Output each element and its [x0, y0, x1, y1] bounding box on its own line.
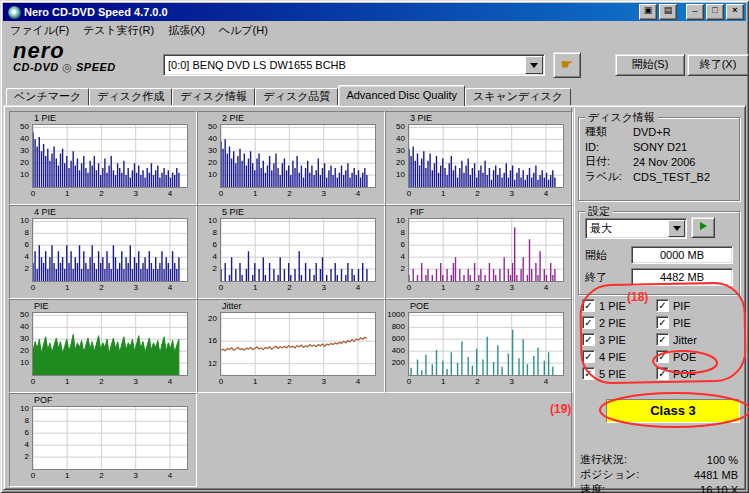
disc-label-value: CDS_TEST_B2: [633, 171, 733, 183]
y-axis-label: 40: [386, 135, 405, 143]
x-axis-label: 3: [131, 471, 141, 480]
y-axis-label: 2: [386, 265, 405, 273]
hand-pointer-icon: ☛: [561, 56, 574, 72]
y-axis-label: 6: [198, 241, 217, 249]
checkbox-3-pie[interactable]: 3 PIE: [582, 331, 656, 348]
y-axis-label: 10: [10, 217, 29, 225]
checkbox-icon[interactable]: [656, 333, 669, 346]
y-axis-label: 20: [198, 159, 217, 167]
x-axis-label: 2: [284, 189, 294, 198]
checkbox-icon[interactable]: [656, 299, 669, 312]
x-axis-label: 2: [96, 377, 106, 386]
checkbox-icon[interactable]: [656, 350, 669, 363]
y-axis-label: 10: [198, 217, 217, 225]
speed-extra-button[interactable]: [691, 217, 715, 238]
menu-run-test[interactable]: テスト実行(R): [76, 22, 161, 38]
checkbox-pof[interactable]: POF: [656, 365, 740, 382]
y-axis-label: 12: [198, 360, 217, 368]
x-axis-label: 3: [131, 377, 141, 386]
checkbox-icon[interactable]: [656, 316, 669, 329]
x-axis-label: 0: [216, 377, 226, 386]
checkbox-icon[interactable]: [582, 367, 595, 380]
close-icon[interactable]: [726, 4, 744, 20]
exit-button[interactable]: 終了(X): [687, 54, 749, 76]
tab-disc-info[interactable]: ディスク情報: [172, 88, 255, 105]
tab-advanced-disc-quality[interactable]: Advanced Disc Quality: [338, 85, 465, 106]
chart-canvas: [32, 124, 188, 188]
x-axis-label: 4: [165, 471, 175, 480]
y-axis-label: 6: [10, 429, 29, 437]
checkbox-2-pie[interactable]: 2 PIE: [582, 314, 656, 331]
y-axis-label: 10: [198, 171, 217, 179]
tab-create-disc[interactable]: ディスク作成: [89, 88, 172, 105]
disc-id-value: SONY D21: [633, 141, 733, 153]
y-axis-label: 10: [10, 359, 29, 367]
speed-select[interactable]: 最大: [585, 218, 687, 239]
checkbox-5-pie[interactable]: 5 PIE: [582, 365, 656, 382]
write-test-button[interactable]: ☛: [553, 52, 581, 78]
drive-select[interactable]: [0:0] BENQ DVD LS DW1655 BCHB: [163, 54, 545, 76]
tab-scandisc[interactable]: スキャンディスク: [465, 88, 571, 105]
x-axis-label: 0: [404, 283, 414, 292]
chart-title: POE: [410, 301, 429, 311]
y-axis-label: 4: [10, 441, 29, 449]
tab-benchmark[interactable]: ベンチマーク: [6, 88, 89, 105]
checkbox-pie[interactable]: PIE: [656, 314, 740, 331]
drive-select-value: [0:0] BENQ DVD LS DW1655 BCHB: [164, 59, 524, 71]
speed-row: 速度: 16.10 X: [580, 482, 738, 493]
disc-label-row: ラベル: CDS_TEST_B2: [579, 169, 739, 184]
x-axis-label: 1: [250, 377, 260, 386]
chart-canvas: [408, 124, 564, 188]
maximize-icon[interactable]: [706, 4, 724, 20]
tab-disc-quality[interactable]: ディスク品質: [255, 88, 338, 105]
x-axis-label: 4: [541, 283, 551, 292]
checkbox-pif[interactable]: PIF: [656, 297, 740, 314]
x-axis-label: 1: [62, 189, 72, 198]
menu-extra[interactable]: 拡張(X): [161, 22, 212, 38]
x-axis-label: 2: [96, 471, 106, 480]
ime-button-2[interactable]: [659, 4, 677, 20]
chevron-down-icon[interactable]: [525, 56, 543, 74]
curve-checkbox-group: 1 PIE 2 PIE 3 PIE 4 PIE 5 PIE PIF PIE Ji…: [582, 297, 740, 382]
main-panel: 1 PIE102030405001234 2 PIE10203040500123…: [3, 105, 746, 490]
checkbox-4-pie[interactable]: 4 PIE: [582, 348, 656, 365]
checkbox-jitter[interactable]: Jitter: [656, 331, 740, 348]
menu-file[interactable]: ファイル(F): [3, 22, 76, 38]
checkbox-icon[interactable]: [656, 367, 669, 380]
minimize-icon[interactable]: [686, 4, 704, 20]
x-axis-label: 2: [284, 283, 294, 292]
chevron-down-icon[interactable]: [668, 220, 685, 237]
checkbox-1-pie[interactable]: 1 PIE: [582, 297, 656, 314]
chart-title: POF: [34, 395, 53, 405]
checkbox-icon[interactable]: [582, 316, 595, 329]
disc-date-value: 24 Nov 2006: [633, 156, 733, 168]
ime-button-1[interactable]: [639, 4, 657, 20]
y-axis-label: 6: [386, 241, 405, 249]
disc-icon: [62, 61, 72, 73]
x-axis-label: 0: [404, 189, 414, 198]
x-axis-label: 0: [28, 471, 38, 480]
charts-grid: 1 PIE102030405001234 2 PIE10203040500123…: [9, 111, 571, 485]
chart-title: 5 PIE: [222, 207, 244, 217]
start-position-field[interactable]: 0000 MB: [631, 246, 733, 264]
y-axis-label: 800: [386, 323, 405, 331]
x-axis-label: 2: [472, 283, 482, 292]
progress-value: 100 %: [707, 454, 738, 466]
position-row: ポジション: 4481 MB: [580, 467, 738, 482]
menu-help[interactable]: ヘルプ(H): [212, 22, 275, 38]
x-axis-label: 0: [28, 283, 38, 292]
checkbox-icon[interactable]: [582, 299, 595, 312]
checkbox-icon[interactable]: [582, 350, 595, 363]
quality-class-badge: Class 3: [606, 399, 740, 423]
checkbox-poe[interactable]: POE: [656, 348, 740, 365]
start-button[interactable]: 開始(S): [615, 54, 685, 76]
x-axis-label: 4: [165, 283, 175, 292]
y-axis-label: 40: [198, 135, 217, 143]
chart-canvas: [220, 218, 376, 282]
chart-canvas: [32, 312, 188, 376]
chart-title: 1 PIE: [34, 113, 56, 123]
x-axis-label: 3: [507, 283, 517, 292]
checkbox-icon[interactable]: [582, 333, 595, 346]
end-position-field[interactable]: 4482 MB: [631, 268, 733, 286]
y-axis-label: 20: [198, 315, 217, 323]
